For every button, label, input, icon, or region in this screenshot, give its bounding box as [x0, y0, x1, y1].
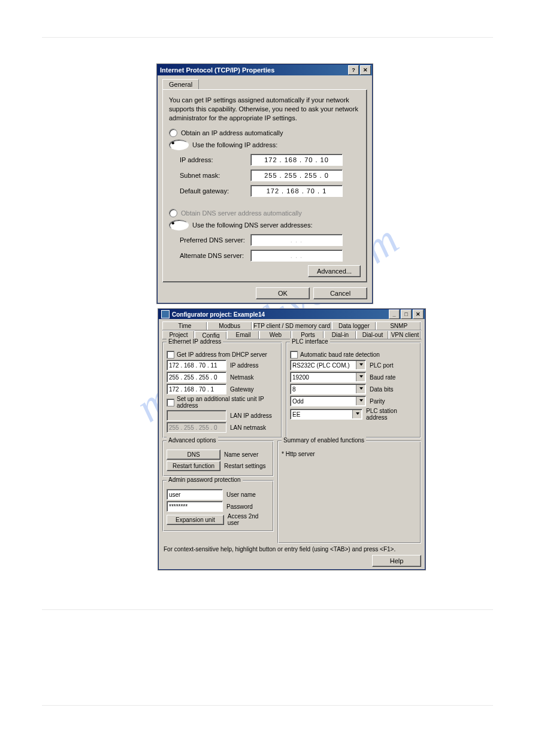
checkbox-icon	[167, 399, 174, 406]
access-2nd-user-label: Access 2nd user	[228, 513, 270, 526]
subnet-mask-label: Subnet mask:	[180, 172, 250, 179]
netmask-label: Netmask	[230, 374, 253, 381]
tab-web[interactable]: Web	[259, 330, 292, 339]
restart-settings-label: Restart settings	[224, 463, 265, 469]
checkbox-label: Automatic baud rate detection	[300, 351, 380, 358]
plc-interface-group: PLC interface Automatic baud rate detect…	[286, 342, 421, 438]
tab-general[interactable]: General	[162, 79, 199, 89]
chevron-down-icon	[359, 387, 363, 390]
radio-icon	[169, 220, 189, 230]
group-legend: Advanced options	[167, 437, 218, 444]
ip-address-label: IP address	[230, 362, 259, 369]
status-help-text: For context-sensitive help, highlight bu…	[164, 546, 420, 552]
restart-function-button[interactable]: Restart function	[167, 461, 220, 471]
tab-email[interactable]: Email	[227, 330, 259, 339]
radio-use-following-ip[interactable]: Use the following IP address:	[169, 139, 361, 150]
tab-ports[interactable]: Ports	[292, 330, 324, 339]
radio-icon	[169, 129, 177, 137]
chevron-down-icon	[359, 399, 363, 402]
checkbox-icon	[167, 351, 174, 359]
ip-address-input[interactable]: 172 . 168 . 70 . 11	[167, 360, 226, 371]
tab-vpn-client[interactable]: VPN client	[389, 330, 421, 339]
description-text: You can get IP settings assigned automat…	[169, 96, 361, 123]
expansion-unit-button[interactable]: Expansion unit	[167, 515, 224, 525]
chevron-down-icon	[359, 363, 363, 366]
gateway-label: Gateway	[230, 386, 253, 393]
configurator-dialog: Configurator project: Example14 _ □ ✕ Ti…	[158, 309, 425, 570]
name-server-label: Name server	[224, 451, 258, 458]
group-legend: Summary of enabled functions	[282, 437, 366, 444]
maximize-icon[interactable]: □	[401, 309, 412, 319]
radio-icon	[169, 209, 177, 217]
advanced-button[interactable]: Advanced...	[308, 265, 361, 277]
tab-data-logger[interactable]: Data logger	[332, 321, 377, 330]
password-label: Password	[226, 503, 253, 510]
tab-time[interactable]: Time	[162, 321, 207, 330]
minimize-icon[interactable]: _	[389, 309, 400, 319]
checkbox-icon	[290, 351, 298, 359]
alternate-dns-input[interactable]: . . .	[250, 250, 343, 262]
ip-address-input[interactable]: 172 . 168 . 70 . 10	[250, 154, 343, 166]
baud-rate-select[interactable]: 19200	[290, 372, 366, 382]
plc-port-select[interactable]: RS232C (PLC COM.)	[290, 360, 366, 371]
cancel-button[interactable]: Cancel	[313, 287, 367, 299]
default-gateway-input[interactable]: 172 . 168 . 70 . 1	[250, 185, 343, 197]
divider	[42, 705, 493, 706]
preferred-dns-input[interactable]: . . .	[250, 234, 343, 246]
group-legend: PLC interface	[290, 338, 330, 345]
titlebar[interactable]: Configurator project: Example14 _ □ ✕	[159, 309, 425, 319]
close-icon[interactable]: ✕	[360, 65, 371, 75]
summary-line: * Http server	[282, 451, 417, 457]
default-gateway-label: Default gateway:	[180, 187, 250, 195]
lan-ip-input	[167, 410, 226, 421]
baud-rate-label: Baud rate	[370, 374, 395, 381]
window-title: Internet Protocol (TCP/IP) Properties	[160, 66, 274, 74]
tab-ftp-sd[interactable]: FTP client / SD memory card	[252, 321, 332, 330]
tab-modbus[interactable]: Modbus	[207, 321, 252, 330]
radio-use-following-dns[interactable]: Use the following DNS server addresses:	[169, 220, 361, 230]
radio-label: Obtain DNS server address automatically	[181, 210, 302, 217]
parity-label: Parity	[370, 398, 385, 405]
close-icon[interactable]: ✕	[413, 309, 424, 319]
radio-label: Use the following DNS server addresses:	[192, 221, 313, 229]
tab-project[interactable]: Project	[162, 330, 195, 339]
window-title: Configurator project: Example14	[172, 311, 265, 318]
lan-ip-label: LAN IP address	[230, 412, 272, 419]
group-legend: Ethernet IP address	[167, 338, 223, 345]
advanced-options-group: Advanced options DNSName server Restart …	[162, 441, 274, 476]
radio-obtain-dns-auto: Obtain DNS server address automatically	[169, 209, 361, 217]
checkbox-label: Set up an additional static unit IP addr…	[177, 396, 278, 409]
additional-static-ip-checkbox[interactable]: Set up an additional static unit IP addr…	[167, 396, 278, 409]
auto-baud-checkbox[interactable]: Automatic baud rate detection	[290, 351, 417, 359]
help-button[interactable]: Help	[372, 555, 421, 567]
tab-dial-in[interactable]: Dial-in	[324, 330, 356, 339]
help-icon[interactable]: ?	[348, 65, 359, 75]
subnet-mask-input[interactable]: 255 . 255 . 255 . 0	[250, 169, 343, 181]
app-icon	[161, 310, 170, 318]
ip-address-label: IP address:	[180, 156, 250, 163]
tab-snmp[interactable]: SNMP	[376, 321, 421, 330]
radio-label: Use the following IP address:	[192, 141, 277, 148]
parity-select[interactable]: Odd	[290, 396, 366, 406]
lan-netmask-label: LAN netmask	[230, 424, 266, 431]
username-input[interactable]: user	[167, 489, 223, 500]
station-address-select[interactable]: EE	[290, 409, 362, 420]
lan-netmask-input: 255 . 255 . 255 . 0	[167, 422, 226, 433]
data-bits-select[interactable]: 8	[290, 384, 366, 394]
data-bits-label: Data bits	[370, 386, 393, 393]
summary-group: Summary of enabled functions * Http serv…	[277, 441, 421, 544]
username-label: User name	[226, 491, 256, 498]
gateway-input[interactable]: 172 . 168 . 70 . 1	[167, 384, 226, 394]
chevron-down-icon	[359, 375, 363, 378]
tab-dial-out[interactable]: Dial-out	[356, 330, 389, 339]
ok-button[interactable]: OK	[256, 287, 310, 299]
dhcp-checkbox[interactable]: Get IP address from DHCP server	[167, 351, 278, 359]
radio-label: Obtain an IP address automatically	[181, 129, 283, 136]
dns-button[interactable]: DNS	[167, 450, 220, 460]
password-input[interactable]: ********	[167, 501, 223, 512]
radio-obtain-ip-auto[interactable]: Obtain an IP address automatically	[169, 129, 361, 137]
netmask-input[interactable]: 255 . 255 . 255 . 0	[167, 372, 226, 382]
preferred-dns-label: Preferred DNS server:	[180, 236, 250, 244]
titlebar[interactable]: Internet Protocol (TCP/IP) Properties ? …	[158, 65, 372, 75]
tcpip-properties-dialog: Internet Protocol (TCP/IP) Properties ? …	[157, 64, 373, 303]
